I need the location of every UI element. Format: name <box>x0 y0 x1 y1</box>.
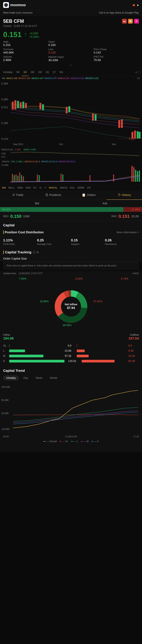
svg-rect-29 <box>137 131 139 138</box>
chart-options-icon[interactable]: ≡ <box>136 71 137 74</box>
inflow-block: Inflow 194.98 <box>3 333 71 340</box>
profit-ratio-label: Profit Ratio <box>3 243 37 246</box>
tab-1d[interactable]: 1D <box>21 68 29 76</box>
donut-label-473: 4.73% <box>121 277 128 280</box>
svg-rect-59 <box>139 170 140 182</box>
stock-header: 5EB CFM 🇸🇬 📊 ❤ Closed 11/26 17:12:19 CCT <box>0 16 142 29</box>
update-label: Update time: 11/26/2021 17:07 CCT <box>3 272 42 275</box>
fullscreen-icon[interactable]: ⛶ <box>138 71 141 74</box>
inflow-bar-l <box>9 350 60 352</box>
ind-arbr[interactable]: ARBR <box>77 186 84 189</box>
svg-text:Sep 2021: Sep 2021 <box>13 143 23 146</box>
tab-positions[interactable]: ☰ Positions <box>35 190 71 200</box>
outflow-val-l: 9.38 <box>128 349 139 352</box>
donut-label-310: 3.10% <box>75 277 83 280</box>
resistance-stat: 0.26 Resistance <box>105 238 139 246</box>
support-stat: 0.15 Support <box>71 238 105 246</box>
bbo-bid-size: 100K <box>23 214 30 218</box>
expand-chevron[interactable]: ⌄ <box>3 62 139 66</box>
legend-l: — L <box>71 440 78 443</box>
svg-text:EMV(14,9,0): EMV(14,9,0) <box>1 148 13 151</box>
legend-dot-overall <box>43 441 45 442</box>
logo-text: moomoo <box>10 3 26 7</box>
turnover-label: Turnover <box>3 48 48 51</box>
price-change-val: +0.008 <box>29 32 39 35</box>
support-value: 0.15 <box>71 238 105 242</box>
svg-rect-58 <box>137 171 138 182</box>
avg-cost-stat: 0.25 Average Cost <box>37 238 71 246</box>
svg-rect-18 <box>25 103 27 108</box>
outflow-val-xl: 0.0 <box>128 344 139 347</box>
bbo-bid: BBO 0.150 100K <box>3 214 71 219</box>
ind-mavol[interactable]: MAVOL <box>49 186 57 189</box>
copy-icon[interactable]: ⧉ <box>37 251 38 254</box>
svg-rect-25 <box>118 120 120 128</box>
svg-rect-23 <box>92 114 94 121</box>
google-icon[interactable]: ▶ <box>137 4 139 6</box>
legend-label-overall: — Overall <box>46 440 57 443</box>
svg-rect-42 <box>12 174 13 182</box>
legend-label-s: — S <box>94 440 99 443</box>
tab-orders[interactable]: 📋 Orders <box>71 190 107 200</box>
bbo-row: BBO 0.150 100K BBO 0.151 15.2K <box>0 212 142 221</box>
trade-label: Trade <box>16 193 23 197</box>
mavol-labels: MAVOL VOL:1:296.1 MAVOLS:142.4 MAVOL10:1… <box>0 160 142 163</box>
tab-5m[interactable]: 5m <box>58 68 65 76</box>
apple-icon[interactable]: 🍎 <box>133 4 135 6</box>
ma-expand[interactable]: 3∨ <box>137 77 140 80</box>
ind-kc[interactable]: KC <box>33 186 37 189</box>
legend-m: — M <box>81 440 89 443</box>
ind-kdj[interactable]: KDJ <box>70 186 75 189</box>
capital-trend-header: Capital Trend <box>0 366 142 374</box>
tab-1w[interactable]: 1W <box>28 68 36 76</box>
svg-rect-15 <box>17 101 19 108</box>
svg-rect-22 <box>68 106 70 112</box>
tab-trade[interactable]: ↺ Trade <box>0 190 35 200</box>
trend-tab-intraday[interactable]: Intraday <box>3 375 19 380</box>
tab-intraday[interactable]: Intraday <box>1 68 14 76</box>
ind-ema[interactable]: EMA <box>17 186 23 189</box>
bid-ask-bar: 86.81% 13.19% <box>0 207 142 212</box>
app-store-icons[interactable]: 🍎 ▶ <box>133 4 139 6</box>
ind-boll[interactable]: BOLL <box>8 186 15 189</box>
trend-tab-week[interactable]: Week <box>33 375 46 380</box>
ind-sar[interactable]: SAR <box>25 186 31 189</box>
svg-text:Oct: Oct <box>59 143 63 146</box>
svg-rect-28 <box>134 130 136 138</box>
badge-pink: ❤ <box>134 19 139 24</box>
svg-rect-52 <box>62 174 63 182</box>
x-label-end: 17:16 <box>133 435 139 438</box>
svg-rect-54 <box>113 174 114 182</box>
low-label: Low <box>48 48 94 51</box>
ind-ic[interactable]: IC <box>39 186 42 189</box>
ind-ma[interactable]: MA <box>2 186 6 189</box>
outflow-label: Outflow <box>71 333 139 336</box>
tab-history[interactable]: ⏱ History <box>107 190 142 200</box>
positions-label: Positions <box>49 193 61 197</box>
mavol-vol: VOL:1:296.1 <box>11 160 24 163</box>
ind-v[interactable]: V <box>45 186 46 189</box>
tab-5d[interactable]: 5D <box>14 68 21 76</box>
stock-status-row: Closed 11/26 17:12:19 CCT <box>3 24 139 28</box>
ind-cr[interactable]: CR <box>87 186 90 189</box>
svg-rect-20 <box>42 104 44 110</box>
trend-tab-month[interactable]: Month <box>47 375 61 380</box>
stock-ticker: 5EB CFM <box>3 18 24 24</box>
trend-tab-day[interactable]: Day <box>20 375 31 380</box>
capital-tracking-title: Capital Tracking <box>5 250 31 254</box>
tab-1m[interactable]: 1M <box>36 68 43 76</box>
tab-1y[interactable]: 1Y <box>51 68 58 76</box>
svg-text:0.58: 0.58 <box>1 152 5 155</box>
svg-rect-26 <box>121 119 123 128</box>
bbo-bid-label: BBO <box>3 215 9 218</box>
more-info-link[interactable]: More Information > <box>117 231 139 234</box>
svg-text:22.65K: 22.65K <box>1 412 9 414</box>
svg-text:🐾: 🐾 <box>5 4 8 6</box>
info-icon[interactable]: ⓘ <box>33 250 35 254</box>
tab-1q[interactable]: 1Q <box>43 68 51 76</box>
svg-text:-3.228: -3.228 <box>14 148 20 151</box>
ind-macd[interactable]: MACD <box>60 186 67 189</box>
indicator-tabs: MA BOLL EMA SAR KC IC V MAVOL MACD KDJ A… <box>0 185 142 190</box>
outflow-val-m: 14.28 <box>128 354 139 358</box>
legend-label-m: — M <box>84 440 89 443</box>
